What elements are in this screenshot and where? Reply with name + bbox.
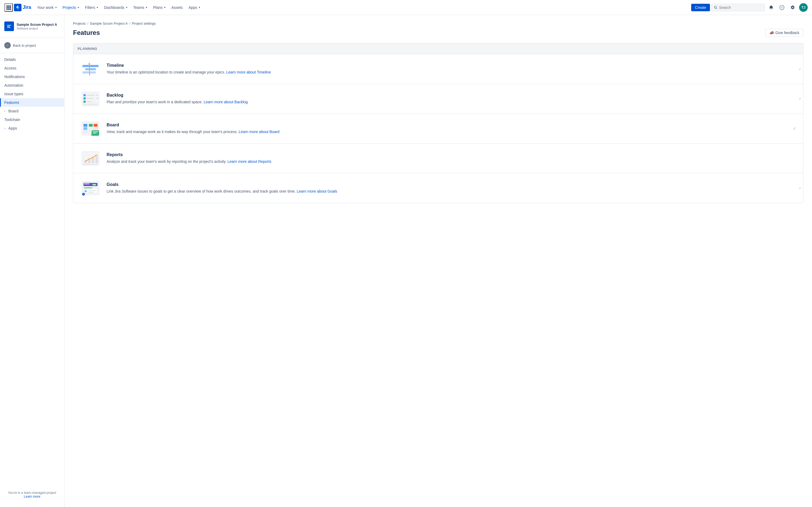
breadcrumb-separator: / [87,21,88,25]
svg-line-11 [716,8,717,9]
feature-cards-list: Timeline Your timeline is an optimized l… [73,54,803,203]
goals-icon: ✦ + [80,179,101,198]
jira-logo[interactable]: Jira [14,4,31,11]
breadcrumb-current: Project settings [132,21,156,25]
svg-rect-42 [93,131,98,132]
grid-menu-button[interactable] [4,3,13,12]
sidebar-item-access[interactable]: Access [0,64,64,72]
chevron-down-icon: ▾ [126,6,127,9]
svg-rect-61 [88,190,96,191]
svg-rect-62 [88,192,94,192]
user-avatar[interactable]: TJ [799,3,808,12]
svg-rect-2 [10,5,11,7]
sidebar-item-details[interactable]: Details [0,55,64,64]
sidebar-item-automation[interactable]: Automation [0,81,64,90]
nav-your-work[interactable]: Your work ▾ [34,4,59,11]
svg-rect-26 [96,95,98,96]
svg-rect-7 [8,9,9,10]
nav-dashboards[interactable]: Dashboards ▾ [101,4,130,11]
reports-content: Reports Analyze and track your team's wo… [107,152,791,164]
svg-rect-49 [95,155,98,163]
reports-icon [80,149,101,168]
svg-rect-0 [6,5,8,7]
backlog-learn-more-link[interactable]: Learn more about Backlog [204,100,248,104]
nav-teams[interactable]: Teams ▾ [131,4,150,11]
sidebar-project-type: Software project [17,27,57,30]
check-icon: ✓ [799,186,801,190]
svg-rect-6 [6,9,8,10]
nav-plans[interactable]: Plans ▾ [150,4,168,11]
chevron-down-icon: ▾ [97,6,98,9]
timeline-learn-more-link[interactable]: Learn more about Timeline [226,70,271,74]
top-navigation: Jira Your work ▾ Projects ▾ Filters ▾ Da… [0,0,812,15]
backlog-icon [80,89,101,108]
board-title: Board [107,123,787,127]
sidebar-item-apps[interactable]: › Apps [0,124,64,132]
svg-rect-32 [84,104,97,105]
sidebar-item-features[interactable]: Features [0,98,64,107]
features-section: Planning [73,43,803,203]
goals-title: Goals [107,182,791,187]
sidebar-footer: You're in a team-managed project Learn m… [0,487,64,503]
svg-point-10 [714,6,716,8]
timeline-icon [80,60,101,78]
main-layout: Sample Scrum Project A Software project … [0,15,812,507]
topnav-right-section: ? TJ [711,3,808,12]
x-icon: ✕ [793,157,795,160]
nav-filters[interactable]: Filters ▾ [82,4,101,11]
search-input[interactable] [719,5,762,10]
sidebar-item-issue-types[interactable]: Issue types [0,90,64,98]
goals-content: Goals Link Jira Software issues to goals… [107,182,791,194]
svg-rect-56 [93,184,96,185]
create-button[interactable]: Create [691,4,710,11]
sidebar: Sample Scrum Project A Software project … [0,15,64,507]
sidebar-divider [0,38,64,38]
svg-rect-3 [6,7,8,8]
chevron-down-icon: ▾ [199,6,200,9]
sidebar-item-board[interactable]: › Board [0,107,64,115]
svg-rect-28 [87,98,93,99]
main-content: Projects / Sample Scrum Project A / Proj… [64,15,812,507]
help-button[interactable]: ? [778,3,786,12]
breadcrumb-separator-2: / [129,21,130,25]
nav-assets[interactable]: Assets [169,4,185,11]
timeline-description: Your timeline is an optimized location t… [107,69,791,75]
svg-text:✦: ✦ [85,190,87,192]
page-header: Features 📣 Give feedback [73,29,803,37]
reports-learn-more-link[interactable]: Learn more about Reports [227,159,271,164]
give-feedback-button[interactable]: 📣 Give feedback [765,29,804,37]
check-icon: ✓ [793,126,797,131]
feature-card-board: Board View, track and manage work as it … [73,114,803,144]
nav-projects[interactable]: Projects ▾ [60,4,82,11]
section-header-planning: Planning [73,43,803,54]
svg-rect-5 [10,7,11,8]
back-to-project-button[interactable]: ← Back to project [0,40,64,51]
feature-card-reports: Reports Analyze and track your team's wo… [73,144,803,173]
svg-text:?: ? [781,6,783,9]
nav-apps[interactable]: Apps ▾ [186,4,203,11]
breadcrumb: Projects / Sample Scrum Project A / Proj… [73,21,803,25]
expand-icon: › [4,110,5,113]
board-learn-more-link[interactable]: Learn more about Board [239,129,280,134]
search-bar[interactable] [711,4,765,11]
svg-point-14 [792,7,794,8]
svg-rect-36 [84,127,87,130]
learn-more-link[interactable]: Learn more [24,495,40,498]
svg-rect-38 [89,124,93,127]
reports-description: Analyze and track your team's work by re… [107,159,791,164]
reports-title: Reports [107,152,791,157]
sidebar-item-notifications[interactable]: Notifications [0,72,64,81]
sidebar-item-toolchain[interactable]: Toolchain [0,115,64,124]
breadcrumb-projects[interactable]: Projects [73,21,86,25]
settings-button[interactable] [789,3,797,12]
notifications-button[interactable] [767,3,775,12]
breadcrumb-project-name[interactable]: Sample Scrum Project A [90,21,128,25]
chevron-down-icon: ▾ [146,6,147,9]
goals-learn-more-link[interactable]: Learn more about Goals [297,189,337,193]
svg-rect-8 [10,9,11,10]
check-icon: ✓ [799,67,801,71]
back-icon: ← [4,42,11,49]
svg-rect-21 [89,63,90,76]
chevron-down-icon: ▾ [55,6,57,9]
board-icon [80,119,101,138]
